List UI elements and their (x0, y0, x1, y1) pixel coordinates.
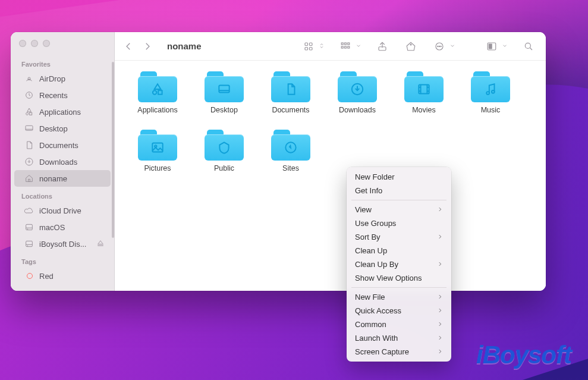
sidebar-item-label: Desktop (39, 124, 68, 133)
svg-rect-4 (26, 125, 33, 130)
group-by-button[interactable] (338, 38, 353, 55)
context-menu-item-launch-with[interactable]: Launch With (347, 331, 451, 345)
cloud-icon (24, 205, 34, 216)
folder-title: noname (167, 41, 202, 51)
sidebar-item-noname[interactable]: noname (14, 170, 111, 187)
context-menu-item-label: Get Info (355, 186, 382, 195)
chevron-right-icon (437, 260, 443, 269)
desktop-icon (24, 123, 34, 134)
sidebar-scrollbar[interactable] (112, 62, 114, 238)
context-menu-item-use-groups[interactable]: Use Groups (347, 216, 451, 230)
eject-icon[interactable] (96, 239, 105, 249)
svg-rect-51 (152, 143, 162, 152)
sidebar-item-downloads[interactable]: Downloads (14, 153, 111, 170)
sidebar-item-red[interactable]: Red (14, 268, 111, 284)
nav-back-button[interactable] (121, 38, 136, 55)
svg-rect-24 (345, 46, 347, 48)
svg-rect-20 (341, 43, 343, 45)
sidebar-item-label: Red (39, 272, 54, 281)
folder-item-music[interactable]: Music (457, 71, 524, 114)
svg-rect-33 (489, 43, 492, 49)
svg-rect-18 (305, 47, 308, 50)
context-menu-item-view[interactable]: View (347, 203, 451, 216)
svg-rect-9 (26, 224, 33, 230)
nav-forward-button[interactable] (140, 38, 155, 55)
chevron-right-icon (437, 334, 443, 343)
svg-point-14 (27, 246, 28, 246)
svg-point-27 (410, 44, 411, 45)
chevron-updown-icon (319, 42, 325, 51)
context-menu-separator (351, 287, 446, 288)
sidebar-item-icloud-drive[interactable]: iCloud Drive (14, 202, 111, 219)
context-menu-item-label: Clean Up By (355, 260, 398, 269)
chevron-right-icon (437, 306, 443, 315)
context-menu-item-screen-capture[interactable]: Screen Capture (347, 345, 451, 359)
tags-button[interactable] (403, 38, 419, 55)
sidebar-item-applications[interactable]: Applications (14, 103, 111, 120)
sidebar-item-macos[interactable]: macOS (14, 219, 111, 235)
svg-rect-3 (30, 112, 32, 115)
main-panel: noname (115, 32, 546, 291)
folder-label: Public (214, 164, 234, 172)
svg-rect-8 (29, 179, 30, 181)
download-icon (24, 156, 34, 167)
nav-arrows (121, 38, 155, 55)
sidebar-item-iboysoft-dis-[interactable]: iBoysoft Dis... (14, 235, 111, 252)
sidebar-item-airdrop[interactable]: AirDrop (14, 70, 111, 87)
search-button[interactable] (521, 38, 536, 55)
folder-item-downloads[interactable]: Downloads (324, 71, 391, 114)
folder-content[interactable]: ApplicationsDesktopDocumentsDownloadsMov… (115, 61, 546, 291)
folder-item-desktop[interactable]: Desktop (191, 71, 257, 114)
sidebar-section-header: Tags (11, 256, 114, 268)
context-menu-item-clean-up-by[interactable]: Clean Up By (347, 257, 451, 271)
svg-line-35 (530, 48, 532, 50)
svg-rect-38 (219, 86, 229, 93)
svg-point-49 (486, 92, 489, 95)
window-close-button[interactable] (19, 40, 26, 47)
folder-item-sites[interactable]: Sites (257, 130, 324, 172)
view-icons-button[interactable] (301, 38, 316, 55)
context-menu-item-label: Clean Up (355, 246, 387, 255)
window-zoom-button[interactable] (43, 40, 50, 47)
svg-rect-21 (345, 43, 347, 45)
folder-icon (205, 130, 244, 161)
chevron-right-icon (437, 320, 443, 329)
share-button[interactable] (375, 38, 390, 55)
context-menu-item-new-file[interactable]: New File (347, 290, 451, 304)
svg-rect-37 (158, 90, 162, 95)
chevron-right-icon (437, 205, 443, 214)
sidebar-item-recents[interactable]: Recents (14, 87, 111, 103)
folder-label: Sites (282, 164, 299, 172)
context-menu-item-label: Common (355, 320, 386, 329)
sidebar-item-label: Recents (39, 91, 68, 100)
folder-icon (138, 71, 177, 102)
sidebar-item-label: iBoysoft Dis... (39, 240, 86, 249)
context-menu-item-quick-access[interactable]: Quick Access (347, 304, 451, 318)
context-menu-item-common[interactable]: Common (347, 318, 451, 331)
context-menu-item-label: Sort By (355, 233, 381, 241)
sidebar-item-label: AirDrop (39, 74, 65, 83)
preview-toggle-button[interactable] (484, 38, 499, 55)
sidebar-item-label: Applications (39, 108, 81, 117)
context-menu-item-show-view-options[interactable]: Show View Options (347, 271, 451, 285)
action-menu-button[interactable] (432, 38, 447, 55)
folder-label: Pictures (144, 164, 171, 172)
context-menu-item-sort-by[interactable]: Sort By (347, 230, 451, 244)
folder-icon (404, 71, 444, 102)
folder-item-applications[interactable]: Applications (124, 71, 191, 114)
context-menu-item-get-info[interactable]: Get Info (347, 184, 451, 197)
folder-item-pictures[interactable]: Pictures (124, 130, 191, 172)
sidebar-item-label: iCloud Drive (39, 206, 81, 215)
svg-rect-17 (310, 43, 313, 46)
context-menu-item-new-folder[interactable]: New Folder (347, 170, 451, 184)
sidebar-item-documents[interactable]: Documents (14, 137, 111, 153)
sidebar-item-desktop[interactable]: Desktop (14, 120, 111, 137)
context-menu-item-label: Launch With (355, 334, 398, 343)
folder-item-public[interactable]: Public (191, 130, 257, 172)
folder-item-movies[interactable]: Movies (391, 71, 457, 114)
svg-point-29 (438, 46, 438, 46)
folder-item-documents[interactable]: Documents (257, 71, 324, 114)
context-menu-item-clean-up[interactable]: Clean Up (347, 244, 451, 257)
window-minimize-button[interactable] (31, 40, 38, 47)
svg-point-30 (439, 46, 439, 46)
